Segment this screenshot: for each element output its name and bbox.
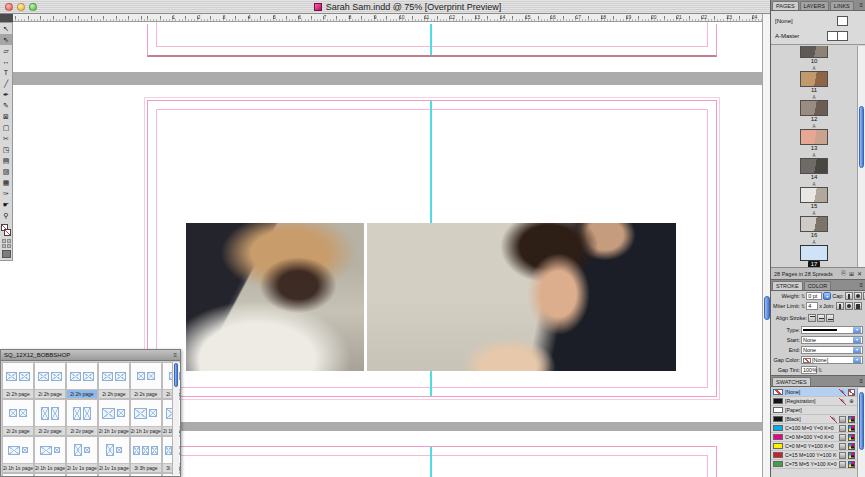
template-item[interactable]: 2i 1h 1v page bbox=[98, 399, 130, 436]
page-thumbnail-item[interactable]: A17 bbox=[800, 240, 828, 267]
gap-tint-stepper[interactable]: ⇅ bbox=[818, 367, 822, 373]
stroke-swatch[interactable] bbox=[4, 229, 11, 236]
page-thumbnail-item[interactable]: A13 bbox=[800, 124, 828, 153]
gap-tool[interactable]: ↔ bbox=[0, 56, 12, 67]
page-thumbnail[interactable] bbox=[800, 158, 828, 174]
panel-menu-icon[interactable]: ≡ bbox=[859, 378, 863, 384]
swatch-row[interactable]: [Black]✎ bbox=[771, 415, 857, 424]
page-thumbnail-item[interactable]: A11 bbox=[800, 66, 828, 95]
swatch-row[interactable]: C=15 M=100 Y=100 K=0 bbox=[771, 451, 857, 460]
page-thumbnail[interactable] bbox=[800, 216, 828, 232]
template-item[interactable]: 2i 2v page bbox=[66, 399, 98, 436]
page-thumbnail[interactable] bbox=[800, 187, 828, 203]
align-outside-button[interactable] bbox=[826, 314, 834, 322]
spread-next[interactable] bbox=[147, 446, 717, 477]
type-tool[interactable]: T bbox=[0, 67, 12, 78]
tab-stroke[interactable]: STROKE bbox=[772, 281, 803, 290]
page-thumbnail[interactable] bbox=[800, 129, 828, 145]
ruler-origin-box[interactable] bbox=[0, 14, 13, 22]
default-colors-button[interactable] bbox=[2, 239, 6, 243]
swatch-row[interactable]: C=0 M=0 Y=100 K=0 bbox=[771, 442, 857, 451]
template-item[interactable]: 2i 1h 1v page bbox=[130, 399, 162, 436]
template-item[interactable] bbox=[98, 473, 130, 477]
start-select[interactable]: None▾ bbox=[801, 336, 863, 344]
tab-color[interactable]: COLOR bbox=[804, 281, 832, 290]
center-guide[interactable] bbox=[430, 24, 432, 55]
weight-stepper[interactable]: ⇅ bbox=[801, 293, 805, 299]
palette-scrollbar[interactable] bbox=[172, 362, 179, 475]
page-thumbnail-item[interactable]: A10 bbox=[800, 46, 828, 66]
scissors-tool[interactable]: ✂ bbox=[0, 133, 12, 144]
rectangle-frame-tool[interactable]: ⊠ bbox=[0, 111, 12, 122]
zoom-window-button[interactable] bbox=[29, 3, 37, 11]
apply-none-button[interactable] bbox=[7, 244, 11, 248]
page-thumbnail-item[interactable]: A16 bbox=[800, 211, 828, 240]
align-center-button[interactable] bbox=[808, 314, 816, 322]
palette-header[interactable]: SQ_12X12_BOBBSHOP ≡ bbox=[1, 350, 180, 361]
swap-colors-button[interactable] bbox=[7, 239, 11, 243]
line-tool[interactable]: ╱ bbox=[0, 78, 12, 89]
join-miter-button[interactable] bbox=[836, 302, 844, 310]
join-round-button[interactable] bbox=[845, 302, 853, 310]
template-item[interactable]: 2i 1h 1s page bbox=[2, 436, 34, 473]
spread-current[interactable] bbox=[147, 100, 717, 397]
direct-selection-tool[interactable]: ⇖ bbox=[0, 34, 12, 45]
page-thumbnail[interactable] bbox=[800, 71, 828, 87]
page-tool[interactable]: ▱ bbox=[0, 45, 12, 56]
minimize-button[interactable] bbox=[17, 3, 25, 11]
scrollbar-thumb[interactable] bbox=[859, 106, 864, 168]
template-item[interactable] bbox=[66, 473, 98, 477]
cap-round-button[interactable] bbox=[854, 292, 862, 300]
template-item[interactable]: 2i 2s page bbox=[130, 362, 162, 399]
swatch-row[interactable]: C=75 M=5 Y=100 K=0 bbox=[771, 460, 857, 469]
gradient-feather-tool[interactable]: ▨ bbox=[0, 166, 12, 177]
page-thumbnail-item[interactable]: A12 bbox=[800, 95, 828, 124]
template-item[interactable]: 2i 2v page bbox=[34, 399, 66, 436]
center-guide[interactable] bbox=[430, 447, 432, 477]
gradient-tool[interactable]: ▤ bbox=[0, 155, 12, 166]
title-bar[interactable]: Sarah Sam.indd @ 75% [Overprint Preview] bbox=[0, 0, 865, 14]
swatches-scrollbar[interactable] bbox=[857, 388, 865, 477]
new-page-icon[interactable]: ⊞ bbox=[849, 270, 854, 277]
free-transform-tool[interactable]: ◳ bbox=[0, 144, 12, 155]
template-item[interactable]: 2i 2h page bbox=[66, 362, 98, 399]
tab-swatches[interactable]: SWATCHES bbox=[772, 377, 811, 386]
template-item[interactable]: 2i 2s page bbox=[2, 399, 34, 436]
page-thumbnail[interactable] bbox=[800, 100, 828, 116]
template-item[interactable]: 2i 1v 1s page bbox=[98, 436, 130, 473]
miter-field[interactable]: 4 bbox=[806, 302, 818, 310]
pen-tool[interactable]: ✒ bbox=[0, 89, 12, 100]
new-spread-icon[interactable]: ⎘ bbox=[841, 270, 846, 277]
palette-menu-icon[interactable]: ≡ bbox=[173, 352, 177, 358]
photo-right[interactable] bbox=[367, 223, 676, 371]
tab-links[interactable]: LINKS bbox=[830, 1, 854, 10]
tab-pages[interactable]: PAGES bbox=[772, 1, 799, 10]
delete-page-icon[interactable]: ✕ bbox=[857, 270, 862, 277]
template-item[interactable] bbox=[34, 473, 66, 477]
template-item[interactable] bbox=[130, 473, 162, 477]
fill-stroke-controls[interactable] bbox=[0, 223, 12, 238]
pages-scrollbar[interactable] bbox=[857, 46, 865, 267]
page-thumbnail-item[interactable]: A15 bbox=[800, 182, 828, 211]
swatch-row[interactable]: [Paper] bbox=[771, 406, 857, 415]
template-item[interactable]: 2i 1v 1s page bbox=[66, 436, 98, 473]
stroke-type-select[interactable]: ▾ bbox=[801, 326, 863, 334]
join-bevel-button[interactable] bbox=[854, 302, 862, 310]
swatch-row[interactable]: C=100 M=0 Y=0 K=0 bbox=[771, 424, 857, 433]
horizontal-ruler[interactable]: 123456789101112131415161718192021222324 bbox=[0, 14, 762, 22]
tab-layers[interactable]: LAYERS bbox=[800, 1, 829, 10]
miter-stepper[interactable]: ⇅ bbox=[801, 303, 805, 309]
template-item[interactable]: 2i 2h page bbox=[2, 362, 34, 399]
panel-menu-icon[interactable]: ≡ bbox=[859, 282, 863, 288]
selection-tool[interactable]: ↖ bbox=[0, 23, 12, 34]
template-item[interactable]: 2i 2h page bbox=[34, 362, 66, 399]
panel-menu-icon[interactable]: ≡ bbox=[859, 2, 863, 8]
preview-mode-button[interactable] bbox=[2, 250, 11, 258]
master-item[interactable]: A-Master bbox=[773, 28, 863, 43]
template-item[interactable]: 2i 2h page bbox=[98, 362, 130, 399]
apply-color-button[interactable] bbox=[2, 244, 6, 248]
weight-dropdown[interactable]: ▾ bbox=[823, 292, 831, 300]
photo-left[interactable] bbox=[186, 223, 364, 371]
scrollbar-thumb[interactable] bbox=[174, 363, 178, 387]
spread-previous[interactable] bbox=[147, 24, 717, 57]
